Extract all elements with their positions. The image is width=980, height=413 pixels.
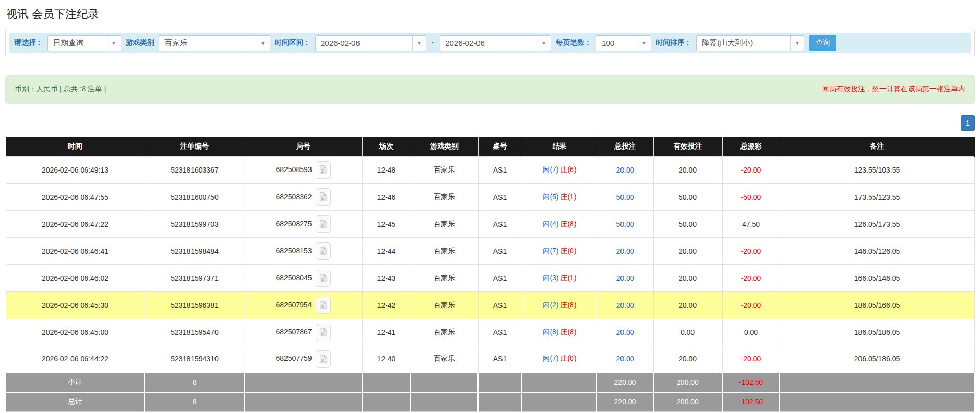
- cell-payout: -20.00: [722, 346, 780, 373]
- table-footer: 小计 8 220.00 200.00 -102.50 总计 8: [6, 373, 974, 411]
- cell-round-id: 682507759: [245, 346, 362, 373]
- table-row[interactable]: 2026-02-06 06:47:22 523181599703 6825082…: [6, 210, 974, 237]
- cell-game-type: 百家乐: [411, 237, 478, 264]
- table-row[interactable]: 2026-02-06 06:44:22 523181594310 6825077…: [6, 346, 974, 373]
- cell-table-no: AS1: [478, 291, 522, 319]
- table-row[interactable]: 2026-02-06 06:47:55 523181600750 6825083…: [6, 183, 974, 210]
- pagination: 1: [5, 115, 975, 131]
- cell-game-type: 百家乐: [411, 156, 478, 183]
- round-id-value: 682507867: [276, 327, 312, 335]
- cell-time: 2026-02-06 06:44:22: [6, 346, 145, 373]
- result-player: 闲(2): [542, 301, 558, 309]
- cell-bet-id: 523181594310: [145, 346, 245, 373]
- total-valid-bet: 200.00: [653, 392, 722, 411]
- summary-bar: 币别：人民币 | 总共 :8 注单 | 同局有效投注，统一计算在该局第一张注单内: [5, 75, 975, 104]
- video-replay-button[interactable]: [316, 297, 331, 314]
- table-row[interactable]: 2026-02-06 06:49:13 523181603367 6825085…: [6, 156, 974, 183]
- table-row[interactable]: 2026-02-06 06:45:30 523181596381 6825079…: [6, 291, 974, 319]
- date-from-select[interactable]: 2026-02-06 ▼: [315, 35, 426, 51]
- cell-total-bet: 50.00: [597, 183, 653, 210]
- subtotal-row: 小计 8 220.00 200.00 -102.50: [6, 373, 974, 392]
- cell-total-bet: 20.00: [597, 237, 653, 264]
- result-banker: 庄(8): [560, 328, 576, 336]
- cell-game-type: 百家乐: [411, 264, 478, 291]
- search-button[interactable]: 查询: [809, 35, 836, 51]
- table-row[interactable]: 2026-02-06 06:46:02 523181597371 6825080…: [6, 264, 974, 291]
- video-replay-button[interactable]: [316, 350, 331, 368]
- video-replay-button[interactable]: [316, 324, 331, 341]
- valid-bet-notice-text: 同局有效投注，统一计算在该局第一张注单内: [822, 85, 965, 94]
- video-replay-button[interactable]: [316, 270, 331, 287]
- chevron-down-icon[interactable]: ▼: [256, 36, 270, 51]
- cell-total-bet: 20.00: [597, 156, 653, 183]
- table-row[interactable]: 2026-02-06 06:45:00 523181595470 6825078…: [6, 319, 974, 346]
- video-replay-button[interactable]: [316, 161, 331, 179]
- game-type-select[interactable]: 百家乐 ▼: [159, 35, 270, 51]
- cell-round-id: 682507867: [245, 319, 362, 346]
- subtotal-count: 8: [145, 373, 245, 392]
- query-type-select[interactable]: 日期查询 ▼: [47, 35, 121, 51]
- query-type-label: 请选择：: [14, 38, 43, 47]
- round-id-value: 682508593: [276, 165, 312, 173]
- cell-round-id: 682508275: [245, 210, 362, 237]
- subtotal-payout: -102.50: [722, 373, 780, 392]
- film-file-icon: [319, 274, 327, 282]
- date-to-select[interactable]: 2026-02-06 ▼: [440, 35, 551, 51]
- page-size-value: 100: [596, 36, 637, 51]
- result-banker: 庄(1): [560, 274, 576, 282]
- cell-table-no: AS1: [478, 319, 522, 346]
- page-1-button[interactable]: 1: [961, 115, 975, 131]
- video-replay-button[interactable]: [316, 215, 331, 233]
- chevron-down-icon[interactable]: ▼: [107, 36, 121, 51]
- film-file-icon: [319, 165, 327, 174]
- time-range-label: 时间区间：: [275, 38, 310, 47]
- cell-result: 闲(8) 庄(8): [522, 319, 597, 346]
- cell-round-id: 682507954: [245, 291, 362, 319]
- query-type-value: 日期查询: [48, 36, 107, 51]
- footer-empty-cell: [780, 392, 974, 411]
- cell-bet-id: 523181597371: [145, 264, 245, 291]
- cell-total-bet: 20.00: [597, 319, 653, 346]
- cell-session: 12-44: [362, 237, 411, 264]
- cell-payout: -20.00: [722, 264, 780, 291]
- cell-session: 12-45: [362, 210, 411, 237]
- cell-valid-bet: 20.00: [653, 156, 722, 183]
- cell-remark: 206.05/186.05: [780, 346, 974, 373]
- cell-valid-bet: 0.00: [653, 319, 722, 346]
- header-result: 结果: [522, 137, 597, 156]
- cell-round-id: 682508153: [245, 237, 362, 264]
- cell-bet-id: 523181595470: [145, 319, 245, 346]
- cell-remark: 146.05/126.05: [780, 237, 974, 264]
- cell-time: 2026-02-06 06:47:22: [6, 210, 145, 237]
- cell-game-type: 百家乐: [411, 319, 478, 346]
- footer-empty-cell: [362, 373, 411, 392]
- video-replay-button[interactable]: [316, 188, 331, 206]
- cell-session: 12-41: [362, 319, 411, 346]
- result-banker: 庄(0): [560, 354, 576, 362]
- filter-bar: 请选择： 日期查询 ▼ 游戏类别 百家乐 ▼ 时间区间： 2026-02-06 …: [9, 33, 971, 53]
- date-to-value: 2026-02-06: [440, 36, 537, 51]
- game-type-label: 游戏类别: [126, 38, 154, 47]
- subtotal-total-bet: 220.00: [597, 373, 653, 392]
- footer-empty-cell: [245, 392, 362, 411]
- cell-remark: 123.55/103.55: [780, 156, 974, 183]
- chevron-down-icon[interactable]: ▼: [790, 36, 804, 51]
- total-label: 总计: [6, 392, 145, 411]
- chevron-down-icon[interactable]: ▼: [537, 36, 551, 51]
- cell-game-type: 百家乐: [411, 210, 478, 237]
- filter-panel: 请选择： 日期查询 ▼ 游戏类别 百家乐 ▼ 时间区间： 2026-02-06 …: [5, 29, 975, 57]
- footer-empty-cell: [780, 373, 974, 392]
- page-size-select[interactable]: 100 ▼: [596, 35, 651, 51]
- cell-valid-bet: 50.00: [653, 210, 722, 237]
- cell-time: 2026-02-06 06:49:13: [6, 156, 145, 183]
- chevron-down-icon[interactable]: ▼: [412, 36, 426, 51]
- table-row[interactable]: 2026-02-06 06:46:41 523181598484 6825081…: [6, 237, 974, 264]
- video-replay-button[interactable]: [316, 242, 331, 260]
- sort-select[interactable]: 降幂(由大到小) ▼: [696, 35, 804, 51]
- header-table-no: 桌号: [478, 137, 522, 156]
- total-count: 8: [145, 392, 245, 411]
- date-range-separator: ~: [431, 39, 435, 47]
- cell-result: 闲(7) 庄(6): [522, 156, 597, 183]
- chevron-down-icon[interactable]: ▼: [637, 36, 651, 51]
- result-player: 闲(4): [542, 220, 558, 228]
